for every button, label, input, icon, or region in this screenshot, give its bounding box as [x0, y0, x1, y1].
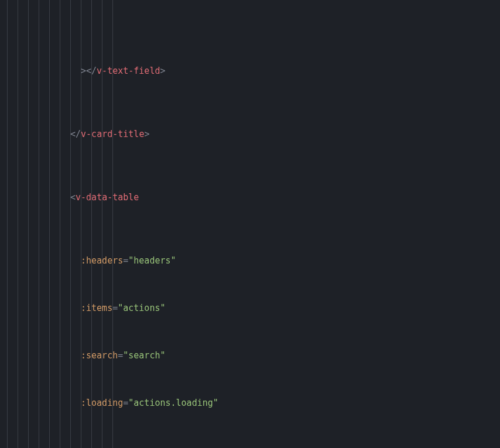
code-line[interactable]: ></v-text-field>: [7, 63, 500, 79]
code-editor[interactable]: ></v-text-field> </v-card-title> <v-data…: [0, 0, 500, 448]
code-line[interactable]: <v-data-table: [7, 190, 500, 206]
code-line[interactable]: :search="search": [7, 348, 500, 364]
code-line[interactable]: :loading="actions.loading": [7, 395, 500, 411]
code-line[interactable]: </v-card-title>: [7, 126, 500, 142]
code-line[interactable]: :items="actions": [7, 300, 500, 316]
code-line[interactable]: :headers="headers": [7, 253, 500, 269]
code-line[interactable]: >: [7, 443, 500, 448]
